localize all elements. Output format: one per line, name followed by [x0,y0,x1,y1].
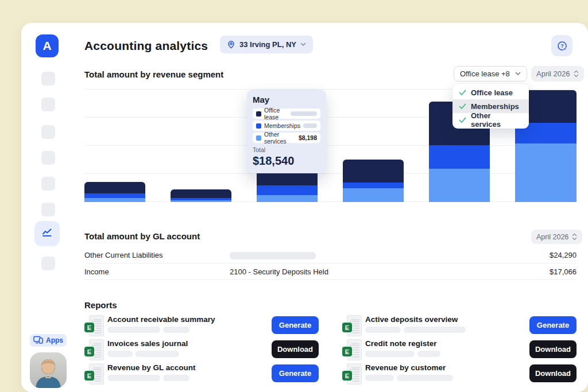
bar-segment-other-services [515,143,577,202]
segment-option-label: Other services [471,111,523,129]
blurred-pill [107,351,133,357]
reports-section-title: Reports [84,300,117,310]
report-name: Revenue by customer [365,363,446,372]
series-swatch [256,111,261,117]
gl-table-row: Income2100 - Security Deposits Held$17,0… [84,263,577,280]
segment-option[interactable]: Office lease [452,86,529,99]
blurred-pill [163,375,189,381]
bar-segment-other-services [84,198,145,202]
sidebar-item-placeholder[interactable] [41,203,55,216]
report-item: EInvoices sales journalDownload [84,339,319,363]
blurred-subtitle [107,351,179,357]
blurred-pill [365,375,394,381]
bar-segment-other-services [429,169,490,202]
sort-arrows-icon [574,70,579,77]
apps-label: Apps [46,336,63,344]
bar-segment-memberships [429,145,490,168]
tooltip-row-label: Office lease [264,107,288,121]
blurred-subtitle [365,375,453,381]
blurred-pill [397,375,453,381]
report-name: Active deposits overview [365,315,458,324]
tooltip-row-label: Memberships [264,122,300,129]
segment-option[interactable]: Other services [452,113,529,127]
page-title: Accounting analytics [84,39,208,53]
report-item: ERevenue by GL accountGenerate [84,363,319,387]
blurred-subtitle [107,327,189,333]
user-avatar[interactable] [30,352,67,388]
blurred-pill [136,351,179,357]
sidebar-item-placeholder[interactable] [41,151,55,165]
report-name: Credit note register [365,339,437,348]
segment-filter-dropdown: Office leaseMembershipsOther services [452,84,529,129]
tooltip-row: Memberships [253,121,320,131]
generate-button[interactable]: Generate [272,364,319,382]
generate-button[interactable]: Generate [529,316,577,334]
gl-category: Other Current Liabilities [84,251,230,259]
report-item: EAccount receivable summaryGenerate [84,315,319,339]
excel-report-icon: E [342,363,362,386]
report-item: EActive deposits overviewGenerate [342,315,577,339]
sidebar-item-analytics-active[interactable] [34,221,60,246]
gl-month-select[interactable]: April 2026 [531,230,582,244]
check-icon [459,90,466,96]
report-item: ERevenue by customerDownload [342,363,577,387]
chart-gridline [84,173,577,174]
blurred-pill [404,327,466,333]
download-button[interactable]: Download [529,364,577,382]
chart-tooltip: May Office leaseMembershipsOther service… [247,90,326,173]
blurred-pill [365,327,401,333]
excel-report-icon: E [342,339,362,362]
sidebar-item-placeholder[interactable] [41,72,55,86]
sort-arrows-icon [572,233,577,240]
report-name: Account receivable summary [107,315,215,324]
help-circle-icon: ? [556,40,568,52]
blurred-value [291,111,317,116]
blurred-pill [417,351,440,357]
blurred-account [230,252,316,259]
tooltip-row: Office lease [253,108,320,119]
tooltip-row-value: $8,198 [299,134,317,141]
svg-text:?: ? [560,43,564,49]
blurred-subtitle [365,351,440,357]
blurred-pill [163,327,189,333]
location-selector[interactable]: 33 Irving PL, NY [220,36,313,53]
report-name: Invoices sales journal [107,339,188,348]
app-logo[interactable]: A [36,34,59,57]
check-icon [459,103,466,110]
sidebar-item-placeholder[interactable] [41,257,55,270]
segment-option-label: Office lease [471,88,513,97]
chevron-down-icon [300,42,306,46]
excel-report-icon: E [84,339,104,362]
generate-button[interactable]: Generate [272,316,319,334]
tooltip-total-label: Total [253,146,320,153]
report-name: Revenue by GL account [107,363,196,372]
chart-gridline [84,145,577,146]
chevron-down-icon [515,72,521,76]
sidebar-item-placeholder[interactable] [41,125,55,139]
sidebar-item-placeholder[interactable] [41,98,55,111]
download-button[interactable]: Download [272,340,319,358]
chart-gridline [84,201,577,202]
sidebar-item-placeholder[interactable] [41,177,55,191]
revenue-month-select[interactable]: April 2026 [531,66,584,81]
stacked-bar [343,160,404,202]
excel-badge: E [84,371,94,381]
gl-account-table: Other Current Liabilities$24,290Income21… [84,247,577,280]
excel-badge: E [342,347,352,356]
bar-segment-memberships [257,185,318,195]
apps-button[interactable]: Apps [30,334,67,347]
download-button[interactable]: Download [529,340,577,358]
tooltip-month: May [253,95,320,104]
gl-account: 2100 - Security Deposits Held [230,267,513,276]
tooltip-total-value: $18,540 [253,154,320,168]
segment-filter-value: Office lease +8 [460,69,510,78]
blurred-subtitle [107,375,189,381]
help-button[interactable]: ? [551,35,572,56]
revenue-month-value: April 2026 [536,69,570,78]
segment-option-label: Memberships [471,102,519,111]
tooltip-row-label: Other services [264,131,296,145]
gl-amount: $24,290 [513,251,577,259]
segment-filter-select[interactable]: Office lease +8 [454,66,527,81]
report-item: ECredit note registerDownload [342,339,577,363]
bar-segment-other-services [343,188,404,202]
